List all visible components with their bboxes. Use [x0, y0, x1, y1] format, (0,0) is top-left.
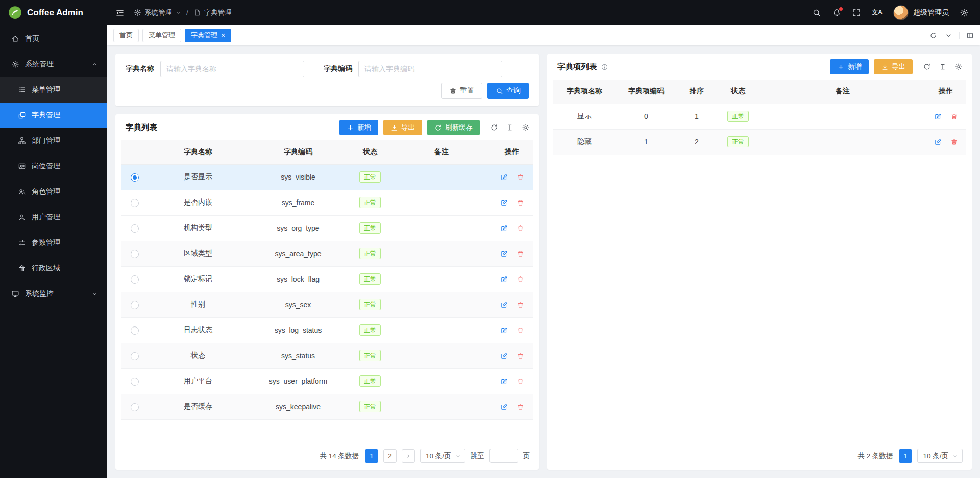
row-radio[interactable] — [131, 173, 139, 182]
tab-close-icon[interactable]: × — [221, 32, 225, 39]
user-menu[interactable]: 超级管理员 — [893, 5, 949, 20]
sidebar-item-role-mgmt[interactable]: 角色管理 — [0, 179, 107, 205]
edit-icon[interactable] — [500, 275, 508, 283]
delete-icon[interactable] — [517, 352, 524, 360]
dict-code-input[interactable] — [358, 61, 502, 77]
delete-icon[interactable] — [517, 199, 524, 207]
row-radio[interactable] — [131, 378, 139, 386]
table-row[interactable]: 用户平台 sys_user_platform 正常 — [121, 368, 533, 394]
edit-icon[interactable] — [500, 301, 508, 309]
page-button-1[interactable]: 1 — [365, 449, 378, 463]
reset-button[interactable]: 重置 — [441, 83, 482, 99]
delete-icon[interactable] — [517, 403, 524, 411]
refresh-cache-button[interactable]: 刷新缓存 — [427, 120, 480, 135]
page-button-2[interactable]: 2 — [383, 449, 397, 463]
delete-icon[interactable] — [517, 301, 524, 309]
edit-icon[interactable] — [500, 326, 508, 334]
sidebar-item-monitor[interactable]: 系统监控 — [0, 281, 107, 307]
table-row[interactable]: 是否缓存 sys_keepalive 正常 — [121, 394, 533, 419]
tab-dict-mgmt[interactable]: 字典管理 × — [185, 29, 231, 42]
translate-icon[interactable]: 文A — [872, 8, 883, 17]
delete-icon[interactable] — [517, 326, 524, 334]
table-row[interactable]: 日志状态 sys_log_status 正常 — [121, 317, 533, 343]
reload-table-icon[interactable] — [923, 63, 931, 71]
sidebar-item-label: 岗位管理 — [32, 162, 60, 171]
breadcrumb-current[interactable]: 字典管理 — [193, 8, 232, 17]
sidebar-item-home[interactable]: 首页 — [0, 26, 107, 52]
sidebar-item-param-mgmt[interactable]: 参数管理 — [0, 230, 107, 256]
dict-name-input[interactable] — [160, 61, 304, 77]
delete-icon[interactable] — [517, 275, 524, 283]
table-row[interactable]: 性别 sys_sex 正常 — [121, 292, 533, 317]
add-dict-item-button[interactable]: 新增 — [830, 59, 869, 74]
sidebar-item-dict-mgmt[interactable]: 字典管理 — [0, 103, 107, 128]
table-row[interactable]: 是否显示 sys_visible 正常 — [121, 164, 533, 190]
row-radio[interactable] — [131, 403, 139, 411]
sidebar-item-dept-mgmt[interactable]: 部门管理 — [0, 128, 107, 154]
col-dict-name: 字典名称 — [148, 140, 248, 164]
edit-icon[interactable] — [500, 224, 508, 232]
breadcrumb-root[interactable]: 系统管理 — [134, 8, 181, 17]
tab-menu-mgmt[interactable]: 菜单管理 — [142, 29, 181, 42]
table-row[interactable]: 状态 sys_status 正常 — [121, 343, 533, 368]
sidebar-item-menu-mgmt[interactable]: 菜单管理 — [0, 77, 107, 103]
reload-table-icon[interactable] — [490, 123, 498, 132]
layout-icon[interactable] — [959, 32, 974, 39]
row-radio[interactable] — [131, 250, 139, 258]
row-density-icon[interactable] — [506, 123, 514, 132]
delete-icon[interactable] — [950, 138, 958, 146]
page-size-select[interactable]: 10 条/页 — [917, 449, 963, 463]
query-button[interactable]: 查询 — [487, 83, 529, 99]
table-settings-gear-icon[interactable] — [954, 63, 963, 71]
table-row[interactable]: 锁定标记 sys_lock_flag 正常 — [121, 266, 533, 292]
tab-options-chevron-icon[interactable] — [945, 32, 952, 39]
page-button-1[interactable]: 1 — [899, 449, 912, 463]
sidebar-item-system[interactable]: 系统管理 — [0, 52, 107, 77]
table-row[interactable]: 区域类型 sys_area_type 正常 — [121, 241, 533, 266]
export-dict-items-button[interactable]: 导出 — [874, 59, 913, 74]
search-icon[interactable] — [812, 8, 821, 17]
add-dict-button[interactable]: 新增 — [339, 120, 378, 135]
table-row[interactable]: 显示 0 1 正常 — [553, 104, 966, 129]
edit-icon[interactable] — [500, 403, 508, 411]
delete-icon[interactable] — [517, 224, 524, 232]
edit-icon[interactable] — [934, 113, 942, 120]
row-radio[interactable] — [131, 352, 139, 360]
export-dict-button[interactable]: 导出 — [383, 120, 422, 135]
table-row[interactable]: 是否内嵌 sys_frame 正常 — [121, 190, 533, 215]
table-row[interactable]: 机构类型 sys_org_type 正常 — [121, 215, 533, 241]
edit-icon[interactable] — [500, 250, 508, 258]
row-density-icon[interactable] — [939, 63, 947, 71]
row-radio[interactable] — [131, 326, 139, 335]
delete-icon[interactable] — [517, 173, 524, 181]
row-radio[interactable] — [131, 301, 139, 309]
table-settings-gear-icon[interactable] — [522, 123, 530, 132]
fullscreen-icon[interactable] — [852, 8, 861, 17]
row-radio[interactable] — [131, 275, 139, 284]
next-page-button[interactable] — [402, 449, 415, 463]
refresh-page-icon[interactable] — [929, 32, 937, 39]
row-radio[interactable] — [131, 224, 139, 233]
sidebar-item-user-mgmt[interactable]: 用户管理 — [0, 205, 107, 230]
row-radio[interactable] — [131, 199, 139, 207]
edit-icon[interactable] — [500, 199, 508, 207]
delete-icon[interactable] — [517, 378, 524, 385]
gear-icon — [11, 60, 19, 68]
brand[interactable]: Coffee Admin — [0, 0, 107, 25]
page-size-select[interactable]: 10 条/页 — [420, 449, 465, 463]
jump-page-input[interactable] — [489, 449, 518, 463]
sidebar-item-region[interactable]: 行政区域 — [0, 256, 107, 281]
tab-home[interactable]: 首页 — [113, 29, 139, 42]
settings-gear-icon[interactable] — [960, 8, 969, 17]
notification-bell-icon[interactable] — [832, 8, 841, 17]
sidebar-item-post-mgmt[interactable]: 岗位管理 — [0, 154, 107, 179]
edit-icon[interactable] — [500, 352, 508, 360]
delete-icon[interactable] — [517, 250, 524, 258]
sidebar-fold-icon[interactable] — [115, 8, 125, 17]
edit-icon[interactable] — [500, 173, 508, 181]
edit-icon[interactable] — [934, 138, 942, 146]
info-icon[interactable] — [601, 63, 608, 71]
edit-icon[interactable] — [500, 378, 508, 385]
delete-icon[interactable] — [950, 113, 958, 120]
table-row[interactable]: 隐藏 1 2 正常 — [553, 129, 966, 155]
